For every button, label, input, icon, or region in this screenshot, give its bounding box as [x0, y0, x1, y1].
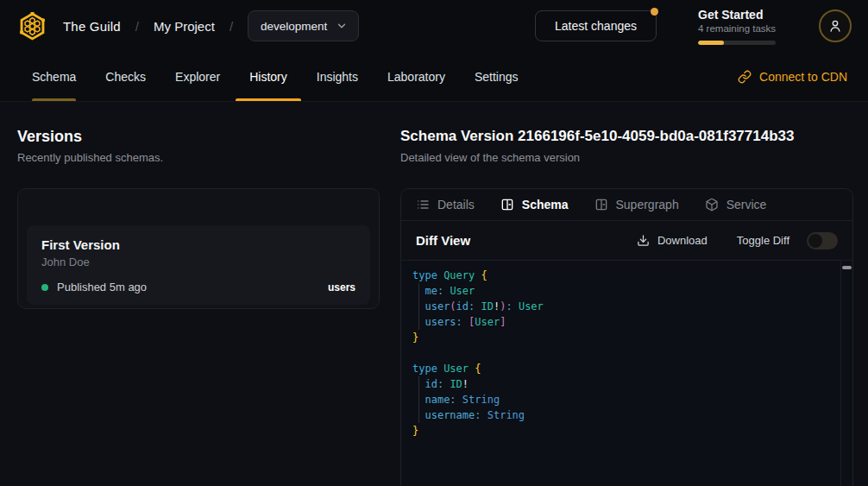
columns-icon: [500, 198, 514, 211]
toggle-diff-knob: [808, 234, 822, 248]
get-started-progress-fill: [698, 41, 724, 45]
code-line: }: [412, 423, 830, 439]
indent-guide: [418, 283, 419, 330]
tab-service[interactable]: Service: [705, 198, 767, 211]
target-selector[interactable]: development: [248, 10, 359, 41]
get-started-widget[interactable]: Get Started 4 remaining tasks: [698, 8, 777, 45]
tab-details[interactable]: Details: [416, 198, 475, 211]
versions-subtitle: Recently published schemas.: [17, 151, 380, 165]
diff-view-title: Diff View: [416, 233, 470, 248]
tab-schema-label: Schema: [522, 198, 569, 211]
project-breadcrumb[interactable]: My Project: [154, 19, 215, 34]
code-line: me: User: [412, 283, 830, 299]
get-started-subtitle: 4 remaining tasks: [698, 22, 777, 35]
list-icon: [416, 198, 430, 211]
latest-changes-label: Latest changes: [555, 19, 637, 33]
breadcrumb-separator: /: [135, 19, 139, 34]
schema-detail-card: Details Schema Supergraph: [400, 188, 853, 486]
box-icon: [705, 198, 719, 211]
schema-version-panel: Schema Version 2166196f-5e10-4059-bd0a-0…: [400, 127, 853, 486]
chevron-down-icon: [336, 20, 348, 32]
code-line: type Query {: [412, 268, 830, 283]
version-status: Published 5m ago: [57, 281, 147, 293]
code-line: id: ID!: [412, 376, 830, 392]
nav-tab-checks[interactable]: Checks: [91, 52, 160, 101]
org-breadcrumb[interactable]: The Guild: [63, 19, 121, 34]
published-status-dot: [41, 284, 48, 291]
versions-title: Versions: [17, 127, 380, 146]
tab-supergraph[interactable]: Supergraph: [594, 198, 679, 211]
user-avatar[interactable]: [819, 9, 852, 42]
service-name-badge: users: [328, 281, 355, 293]
notification-dot: [651, 8, 658, 16]
tab-service-label: Service: [726, 198, 767, 211]
toggle-diff-switch[interactable]: [807, 232, 838, 249]
versions-card: First Version John Doe Published 5m ago …: [17, 188, 380, 309]
primary-nav: Schema Checks Explorer History Insights …: [0, 52, 868, 102]
tab-supergraph-label: Supergraph: [616, 198, 679, 211]
target-selector-value: development: [261, 20, 327, 33]
get-started-progressbar: [698, 41, 776, 45]
tab-details-label: Details: [437, 198, 475, 211]
app-header: The Guild / My Project / development Lat…: [0, 0, 868, 52]
schema-code-viewer[interactable]: type Query { me: User user(id: ID!): Use…: [401, 261, 852, 486]
connect-to-cdn-link[interactable]: Connect to CDN: [738, 52, 847, 101]
download-button[interactable]: Download: [628, 229, 716, 252]
version-name: First Version: [41, 237, 355, 253]
code-line: [412, 345, 830, 361]
version-list-item[interactable]: First Version John Doe Published 5m ago …: [27, 225, 370, 305]
versions-panel: Versions Recently published schemas. Fir…: [17, 127, 380, 486]
schema-version-subtitle: Detailed view of the schema version: [400, 151, 853, 165]
get-started-title: Get Started: [698, 8, 777, 22]
code-line: username: String: [412, 407, 830, 423]
link-icon: [738, 70, 752, 84]
main-content: Versions Recently published schemas. Fir…: [0, 102, 868, 486]
scrollbar-track: [840, 261, 841, 486]
download-icon: [637, 234, 650, 247]
diff-view-header: Diff View Download Toggle Diff: [401, 221, 852, 261]
code-line: users: [User]: [412, 314, 830, 330]
tab-schema[interactable]: Schema: [500, 198, 569, 211]
nav-tab-insights[interactable]: Insights: [303, 52, 372, 101]
code-line: }: [412, 330, 830, 345]
person-icon: [827, 18, 843, 34]
nav-tab-laboratory[interactable]: Laboratory: [374, 52, 459, 101]
nav-tab-settings[interactable]: Settings: [461, 52, 532, 101]
nav-tab-schema[interactable]: Schema: [18, 52, 90, 101]
nav-tab-history[interactable]: History: [236, 52, 301, 101]
code-line: type User {: [412, 361, 830, 376]
nav-tab-explorer[interactable]: Explorer: [161, 52, 234, 101]
columns-icon: [594, 198, 608, 211]
code-line: name: String: [412, 392, 830, 407]
connect-to-cdn-label: Connect to CDN: [759, 70, 847, 84]
download-label: Download: [657, 234, 708, 247]
primary-nav-tabs: Schema Checks Explorer History Insights …: [17, 52, 533, 101]
scrollbar-thumb[interactable]: [842, 266, 852, 269]
graphql-code-block: type Query { me: User user(id: ID!): Use…: [401, 261, 852, 445]
code-line: user(id: ID!): User: [412, 299, 830, 314]
version-author: John Doe: [41, 256, 355, 268]
toggle-diff-label: Toggle Diff: [737, 234, 789, 247]
breadcrumb-separator: /: [230, 19, 233, 34]
schema-version-title: Schema Version 2166196f-5e10-4059-bd0a-0…: [400, 127, 853, 146]
indent-guide: [418, 376, 419, 423]
guild-logo-icon[interactable]: [16, 10, 48, 42]
latest-changes-button[interactable]: Latest changes: [535, 10, 657, 41]
schema-detail-tabs: Details Schema Supergraph: [401, 189, 852, 221]
